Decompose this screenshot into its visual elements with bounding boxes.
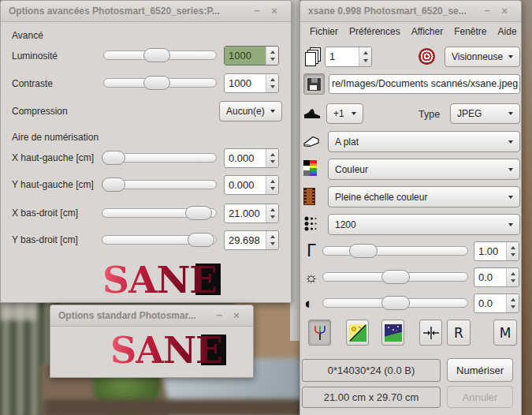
resolution-select[interactable]: 1200 bbox=[328, 214, 520, 235]
spin-arrows[interactable] bbox=[506, 242, 519, 260]
contrast-slider[interactable] bbox=[103, 78, 217, 88]
scan-button[interactable]: Numériser bbox=[447, 358, 513, 382]
rgb-default-button[interactable] bbox=[308, 320, 331, 346]
xsane-brightness-spinbox[interactable]: 0.0 bbox=[474, 267, 519, 287]
brx-value[interactable]: 21.000 bbox=[225, 204, 266, 222]
brightness-spinbox[interactable]: 1000 bbox=[224, 46, 279, 65]
default-enhancement-button[interactable] bbox=[381, 320, 404, 346]
memory-enhancement-button[interactable]: M bbox=[493, 320, 517, 346]
minimize-icon[interactable]: − bbox=[210, 305, 228, 326]
spin-up-icon[interactable] bbox=[511, 298, 515, 301]
brx-spinbox[interactable]: 21.000 bbox=[224, 204, 279, 223]
spin-arrows[interactable] bbox=[359, 47, 371, 66]
close-icon[interactable]: × bbox=[228, 305, 245, 326]
tlx-slider-handle[interactable] bbox=[102, 151, 125, 165]
spin-arrows[interactable] bbox=[266, 204, 278, 222]
bry-spinbox[interactable]: 29.698 bbox=[224, 230, 279, 250]
spin-down-icon[interactable] bbox=[270, 242, 275, 245]
mode-select[interactable]: Couleur bbox=[328, 159, 520, 180]
copies-spinbox[interactable]: 1 bbox=[325, 47, 372, 67]
viewer-select[interactable]: Visionneuse bbox=[445, 47, 520, 67]
tlx-slider[interactable] bbox=[102, 153, 217, 163]
spin-up-icon[interactable] bbox=[270, 208, 275, 211]
standard-titlebar[interactable]: Options standard Photosmar... − × bbox=[50, 305, 253, 327]
xsane-contrast-spinbox[interactable]: 0.0 bbox=[474, 293, 519, 313]
contrast-slider-handle[interactable] bbox=[381, 296, 410, 310]
spin-arrows[interactable] bbox=[506, 268, 519, 286]
spin-down-icon[interactable] bbox=[511, 253, 515, 256]
compression-select[interactable]: Aucun(e) bbox=[219, 101, 282, 122]
menu-afficher[interactable]: Afficher bbox=[406, 26, 448, 37]
close-icon[interactable]: × bbox=[266, 1, 283, 21]
brx-slider-handle[interactable] bbox=[185, 206, 212, 220]
minimize-icon[interactable]: − bbox=[248, 1, 266, 21]
spin-down-icon[interactable] bbox=[270, 85, 275, 88]
xsane-brightness-slider[interactable] bbox=[322, 272, 468, 282]
tly-slider[interactable] bbox=[102, 180, 217, 189]
spin-up-icon[interactable] bbox=[511, 246, 515, 249]
gamma-spinbox[interactable]: 1.00 bbox=[474, 241, 519, 261]
tlx-spinbox[interactable]: 0.000 bbox=[224, 148, 279, 168]
filetype-select[interactable]: JPEG bbox=[450, 103, 520, 124]
spin-up-icon[interactable] bbox=[270, 153, 275, 156]
gamma-slider-handle[interactable] bbox=[349, 244, 378, 258]
brightness-slider-handle[interactable] bbox=[381, 270, 410, 284]
spin-up-icon[interactable] bbox=[363, 51, 368, 54]
copies-value[interactable]: 1 bbox=[326, 47, 359, 66]
minimize-icon[interactable]: − bbox=[478, 1, 496, 21]
spin-arrows[interactable] bbox=[266, 74, 278, 92]
brx-slider[interactable] bbox=[102, 208, 217, 218]
bry-slider-handle[interactable] bbox=[188, 233, 214, 247]
menu-preferences[interactable]: Préférences bbox=[344, 26, 406, 37]
advanced-titlebar[interactable]: Options avancées Photosmart_6520_series:… bbox=[1, 1, 291, 22]
contrast-value[interactable]: 0.0 bbox=[474, 294, 506, 312]
gamma-value[interactable]: 1.00 bbox=[474, 242, 506, 260]
spin-up-icon[interactable] bbox=[511, 272, 515, 275]
brightness-slider[interactable] bbox=[103, 50, 217, 60]
tlx-value[interactable]: 0.000 bbox=[225, 149, 266, 167]
medium-level-button[interactable] bbox=[419, 320, 442, 346]
cancel-button[interactable]: Annuler bbox=[447, 386, 513, 408]
menu-fenetre[interactable]: Fenêtre bbox=[448, 26, 492, 37]
depth-select[interactable]: Pleine échelle couleur bbox=[328, 186, 520, 208]
spin-up-icon[interactable] bbox=[270, 78, 275, 81]
brightness-value[interactable]: 1000 bbox=[225, 47, 266, 65]
gamma-slider[interactable] bbox=[322, 246, 468, 256]
tly-slider-handle[interactable] bbox=[102, 178, 125, 192]
spin-down-icon[interactable] bbox=[270, 215, 275, 219]
spin-up-icon[interactable] bbox=[270, 235, 275, 238]
spin-down-icon[interactable] bbox=[363, 59, 368, 62]
tly-value[interactable]: 0.000 bbox=[225, 176, 266, 194]
auto-enhancement-button[interactable] bbox=[346, 320, 369, 346]
spin-arrows[interactable] bbox=[266, 47, 278, 65]
spin-up-icon[interactable] bbox=[270, 50, 275, 54]
bry-value[interactable]: 29.698 bbox=[225, 231, 266, 249]
spin-down-icon[interactable] bbox=[270, 58, 275, 61]
contrast-slider-handle[interactable] bbox=[143, 76, 170, 90]
spin-down-icon[interactable] bbox=[511, 305, 515, 308]
spin-arrows[interactable] bbox=[506, 294, 519, 312]
filename-button[interactable] bbox=[303, 73, 325, 95]
menu-aide[interactable]: Aide bbox=[493, 26, 523, 37]
contrast-value[interactable]: 1000 bbox=[225, 74, 266, 92]
spin-arrows[interactable] bbox=[266, 231, 278, 249]
spin-arrows[interactable] bbox=[266, 176, 278, 194]
xsane-titlebar[interactable]: xsane 0.998 Photosmart_6520_se... − × bbox=[300, 1, 521, 22]
menu-fichier[interactable]: Fichier bbox=[304, 26, 344, 37]
brightness-slider-handle[interactable] bbox=[143, 48, 170, 62]
spin-arrows[interactable] bbox=[266, 149, 278, 167]
brightness-value[interactable]: 0.0 bbox=[474, 268, 506, 286]
tly-spinbox[interactable]: 0.000 bbox=[224, 175, 279, 195]
source-select[interactable]: A plat bbox=[328, 131, 520, 152]
bry-slider[interactable] bbox=[102, 235, 217, 245]
spin-up-icon[interactable] bbox=[270, 180, 275, 183]
spin-down-icon[interactable] bbox=[511, 279, 515, 282]
filename-input[interactable]: re/Images/Documents scannés/xsane.jpeg bbox=[329, 74, 520, 94]
contrast-spinbox[interactable]: 1000 bbox=[224, 73, 279, 93]
xsane-contrast-slider[interactable] bbox=[322, 298, 468, 308]
counter-step-select[interactable]: +1 bbox=[326, 103, 363, 124]
spin-down-icon[interactable] bbox=[270, 160, 275, 163]
restore-enhancement-button[interactable]: R bbox=[447, 320, 471, 346]
spin-down-icon[interactable] bbox=[270, 187, 275, 190]
close-icon[interactable]: × bbox=[496, 1, 513, 21]
